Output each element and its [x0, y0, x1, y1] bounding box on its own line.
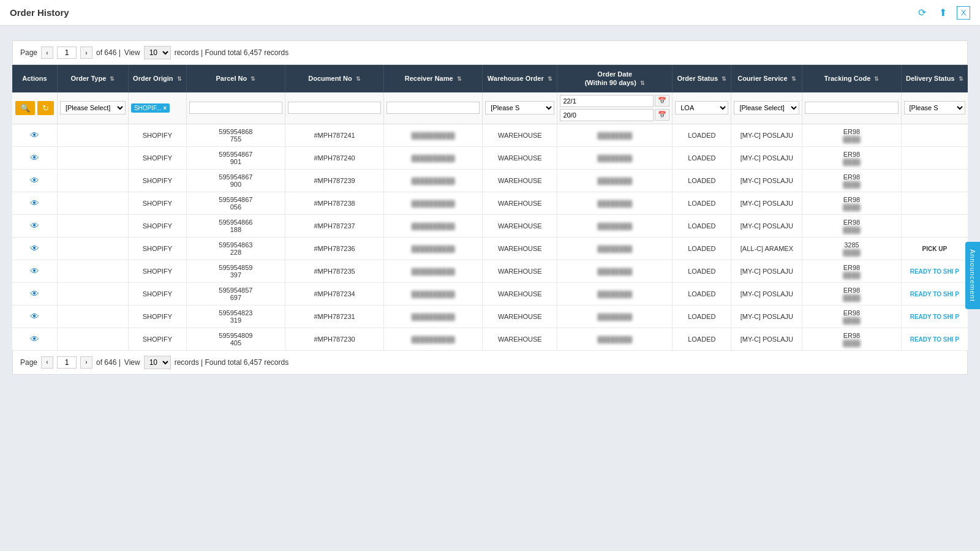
- parcel-no-8: 595954857697: [186, 282, 285, 305]
- filter-courier-service-select[interactable]: [Please Select]: [734, 101, 799, 114]
- order-origin-7: SHOPIFY: [128, 260, 186, 282]
- parcel-no-7: 595954859397: [186, 260, 285, 282]
- filter-receiver-name-input[interactable]: [386, 102, 480, 114]
- view-btn-2[interactable]: 👁: [30, 152, 39, 163]
- tracking-code-9: ER98████: [802, 305, 901, 328]
- view-btn-4[interactable]: 👁: [30, 198, 39, 208]
- filter-courier-service: [Please Select]: [731, 92, 802, 124]
- document-no-3: #MPH787239: [285, 169, 383, 192]
- col-order-origin: Order Origin ⇅: [128, 65, 186, 92]
- delivery-status-6: PICK UP: [901, 237, 968, 260]
- order-status-4: LOADED: [673, 192, 731, 214]
- upload-icon[interactable]: ⬆: [936, 6, 949, 20]
- page-input[interactable]: [57, 47, 77, 59]
- courier-service-3: [MY-C] POSLAJU: [731, 169, 802, 192]
- filter-date-from[interactable]: [560, 95, 654, 107]
- order-status-5: LOADED: [673, 214, 731, 237]
- receiver-name-5: ██████████: [384, 214, 483, 237]
- order-date-4: ████████: [557, 192, 673, 214]
- calendar-to-btn[interactable]: 📅: [655, 109, 669, 121]
- warehouse-order-7: WAREHOUSE: [483, 260, 557, 282]
- filter-tracking-code-input[interactable]: [805, 102, 898, 114]
- table-row: 👁 SHOPIFY 595954867056 #MPH787238 ██████…: [12, 192, 968, 214]
- next-page-btn-bottom[interactable]: ›: [80, 356, 92, 369]
- view-btn-3[interactable]: 👁: [30, 175, 39, 186]
- view-btn-6[interactable]: 👁: [30, 243, 39, 253]
- filter-actions: 🔍 ↻: [12, 92, 57, 124]
- order-status-8: LOADED: [673, 282, 731, 305]
- order-status-3: LOADED: [673, 169, 731, 192]
- view-btn-9[interactable]: 👁: [30, 311, 39, 321]
- delivery-status-9: READY TO SHI P: [901, 305, 968, 328]
- calendar-from-btn[interactable]: 📅: [655, 95, 669, 107]
- pagination-top: Page ‹ › of 646 | View 10 25 50 records …: [12, 40, 968, 65]
- order-type-1: [57, 124, 128, 146]
- order-status-6: LOADED: [673, 237, 731, 260]
- delivery-status-1: [901, 124, 968, 146]
- prev-page-btn-bottom[interactable]: ‹: [41, 356, 53, 369]
- document-no-2: #MPH787240: [285, 146, 383, 169]
- of-label: of 646 |: [96, 48, 121, 57]
- filter-parcel-no-input[interactable]: [189, 102, 282, 114]
- table-row: 👁 SHOPIFY 595954867901 #MPH787240 ██████…: [12, 146, 968, 169]
- filter-date-to[interactable]: [560, 109, 654, 121]
- table-row: 👁 SHOPIFY 595954809405 #MPH787230 ██████…: [12, 328, 968, 350]
- table-row: 👁 SHOPIFY 595954863228 #MPH787236 ██████…: [12, 237, 968, 260]
- filter-warehouse-order: [Please S: [483, 92, 557, 124]
- receiver-name-2: ██████████: [384, 146, 483, 169]
- order-origin-10: SHOPIFY: [128, 328, 186, 350]
- filter-order-type-select[interactable]: [Please Select]: [60, 101, 126, 114]
- col-receiver-name: Receiver Name ⇅: [384, 65, 483, 92]
- filter-order-status-select[interactable]: LOA LOADED: [675, 101, 728, 114]
- delivery-status-2: [901, 146, 968, 169]
- parcel-no-5: 595954866188: [186, 214, 285, 237]
- filter-document-no-input[interactable]: [288, 102, 381, 114]
- delivery-status-4: [901, 192, 968, 214]
- next-page-btn[interactable]: ›: [80, 47, 92, 59]
- tracking-code-8: ER98████: [802, 282, 901, 305]
- view-select[interactable]: 10 25 50: [144, 46, 171, 59]
- top-bar: Order History ⟳ ⬆ X: [0, 0, 980, 26]
- warehouse-order-9: WAREHOUSE: [483, 305, 557, 328]
- refresh-icon[interactable]: ⟳: [915, 6, 929, 20]
- delivery-status-10: READY TO SHI P: [901, 328, 968, 350]
- col-tracking-code: Tracking Code ⇅: [802, 65, 901, 92]
- view-btn-8[interactable]: 👁: [30, 288, 39, 299]
- reset-btn[interactable]: ↻: [37, 101, 54, 115]
- table-row: 👁 SHOPIFY 595954867900 #MPH787239 ██████…: [12, 169, 968, 192]
- order-type-3: [57, 169, 128, 192]
- delivery-status-5: [901, 214, 968, 237]
- order-type-8: [57, 282, 128, 305]
- view-btn-5[interactable]: 👁: [30, 220, 39, 231]
- parcel-no-9: 595954823319: [186, 305, 285, 328]
- excel-icon[interactable]: X: [957, 6, 970, 20]
- order-origin-8: SHOPIFY: [128, 282, 186, 305]
- courier-service-5: [MY-C] POSLAJU: [731, 214, 802, 237]
- pagination-bottom: Page ‹ › of 646 | View 10 25 50 records …: [12, 351, 968, 375]
- document-no-6: #MPH787236: [285, 237, 383, 260]
- filter-document-no: [285, 92, 383, 124]
- announcement-tab[interactable]: Announcement: [965, 242, 980, 309]
- delivery-status-8: READY TO SHI P: [901, 282, 968, 305]
- records-label: records | Found total 6,457 records: [175, 48, 289, 57]
- filter-delivery-status-select[interactable]: [Please S: [904, 101, 965, 114]
- filter-delivery-status: [Please S: [901, 92, 968, 124]
- col-courier-service: Courier Service ⇅: [731, 65, 802, 92]
- order-origin-4: SHOPIFY: [128, 192, 186, 214]
- search-btn[interactable]: 🔍: [15, 101, 35, 115]
- view-btn-10[interactable]: 👁: [30, 334, 39, 344]
- shopify-tag-remove[interactable]: ×: [163, 105, 167, 111]
- courier-service-10: [MY-C] POSLAJU: [731, 328, 802, 350]
- col-actions: Actions: [12, 65, 57, 92]
- view-btn-7[interactable]: 👁: [30, 266, 39, 276]
- view-select-bottom[interactable]: 10 25 50: [144, 356, 171, 369]
- view-btn-1[interactable]: 👁: [30, 130, 39, 140]
- prev-page-btn[interactable]: ‹: [41, 47, 53, 59]
- delivery-status-3: [901, 169, 968, 192]
- filter-warehouse-order-select[interactable]: [Please S: [485, 101, 554, 114]
- document-no-8: #MPH787234: [285, 282, 383, 305]
- of-label-bottom: of 646 |: [96, 358, 121, 367]
- filter-receiver-name: [384, 92, 483, 124]
- filter-order-date: 📅 📅: [557, 92, 673, 124]
- page-input-bottom[interactable]: [57, 356, 77, 369]
